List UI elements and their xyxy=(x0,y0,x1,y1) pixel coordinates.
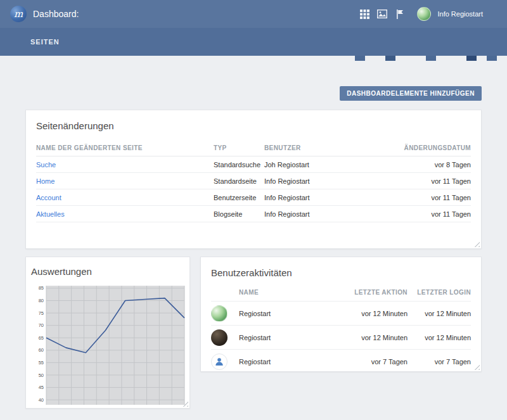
page-changes-card: Seitenänderungen NAME DER GEÄNDERTEN SEI… xyxy=(25,110,482,249)
bottom-cards-row: Auswertungen 40455055606570758085 Benutz… xyxy=(25,257,482,409)
column-header-letzte-aktion: LETZTE AKTION xyxy=(325,289,408,296)
svg-text:40: 40 xyxy=(39,397,44,403)
cell-last-login: vor 12 Minuten xyxy=(408,310,471,317)
cell-datum: vor 11 Tagen xyxy=(369,210,471,218)
svg-text:45: 45 xyxy=(39,385,44,390)
analytics-title: Auswertungen xyxy=(31,266,189,277)
user-activity-title: Benutzeraktivitäten xyxy=(211,267,471,278)
table-row: Home Standardseite Info Regiostart vor 1… xyxy=(36,173,471,189)
auswertungen-chart: 40455055606570758085 xyxy=(31,283,186,409)
cell-benutzer: Joh Regiostart xyxy=(264,161,369,169)
svg-text:55: 55 xyxy=(39,360,44,366)
svg-text:50: 50 xyxy=(39,372,44,378)
cell-last-login: vor 7 Tagen xyxy=(408,358,471,366)
cell-benutzer: Info Regiostart xyxy=(264,194,369,201)
cell-benutzer: Info Regiostart xyxy=(264,177,369,185)
flag-icon[interactable] xyxy=(394,8,406,20)
cell-typ: Blogseite xyxy=(214,210,264,218)
page-link[interactable]: Aktuelles xyxy=(36,210,65,218)
header-actions: Info Regiostart xyxy=(359,0,483,28)
cell-typ: Standardsuche xyxy=(214,161,264,169)
main-content: DASHBOARDELEMENTE HINZUFÜGEN Seitenänder… xyxy=(0,86,507,409)
user-activity-card: Benutzeraktivitäten NAME LETZTE AKTION L… xyxy=(200,257,482,372)
svg-text:80: 80 xyxy=(39,298,44,303)
cell-user-name: Regiostart xyxy=(239,358,325,366)
globe-avatar xyxy=(211,305,228,322)
cell-user-name: Regiostart xyxy=(239,310,325,317)
cell-last-login: vor 12 Minuten xyxy=(408,334,471,341)
svg-text:60: 60 xyxy=(39,347,44,353)
cell-last-action: vor 12 Minuten xyxy=(325,310,408,317)
list-item: Regiostart vor 12 Minuten vor 12 Minuten xyxy=(211,301,471,325)
cell-benutzer: Info Regiostart xyxy=(264,210,369,218)
cell-datum: vor 11 Tagen xyxy=(369,177,471,185)
user-name[interactable]: Info Regiostart xyxy=(437,10,483,18)
list-item: Regiostart vor 12 Minuten vor 12 Minuten xyxy=(211,325,471,349)
nav-item-seiten[interactable]: SEITEN xyxy=(30,38,60,46)
page-link[interactable]: Suche xyxy=(36,161,56,169)
photo-avatar xyxy=(211,329,228,346)
list-item: Regiostart vor 7 Tagen vor 7 Tagen xyxy=(211,349,471,373)
analytics-card: Auswertungen 40455055606570758085 xyxy=(25,257,190,409)
svg-text:65: 65 xyxy=(39,335,44,341)
person-avatar xyxy=(211,353,228,370)
svg-text:75: 75 xyxy=(39,310,44,316)
cell-last-action: vor 7 Tagen xyxy=(325,358,408,366)
page-link[interactable]: Account xyxy=(36,194,61,201)
page-changes-header-row: NAME DER GEÄNDERTEN SEITE TYP BENUTZER Ä… xyxy=(36,140,471,156)
main-nav: SEITEN xyxy=(0,28,507,56)
column-header-benutzer: BENUTZER xyxy=(264,144,369,151)
images-icon[interactable] xyxy=(376,8,388,20)
user-activity-header-row: NAME LETZTE AKTION LETZTER LOGIN xyxy=(211,283,471,301)
header-top-bar: m Dashboard: Info Regiostart xyxy=(0,0,507,28)
column-header-typ: TYP xyxy=(214,144,264,151)
table-row: Aktuelles Blogseite Info Regiostart vor … xyxy=(36,206,471,222)
cell-datum: vor 11 Tagen xyxy=(369,194,471,201)
page-link[interactable]: Home xyxy=(36,177,55,185)
card-resize-handle[interactable] xyxy=(473,240,480,247)
column-header-letzter-login: LETZTER LOGIN xyxy=(408,289,471,296)
card-resize-handle[interactable] xyxy=(473,363,480,370)
app-header: m Dashboard: Info Regiostart SEITEN xyxy=(0,0,507,56)
cell-user-name: Regiostart xyxy=(239,334,325,341)
cell-typ: Standardseite xyxy=(214,177,264,185)
cell-datum: vor 8 Tagen xyxy=(369,161,471,169)
page-title: Dashboard: xyxy=(33,9,79,19)
cell-last-action: vor 12 Minuten xyxy=(325,334,408,341)
table-row: Account Benutzerseite Info Regiostart vo… xyxy=(36,189,471,206)
dashboard-toolbar: DASHBOARDELEMENTE HINZUFÜGEN xyxy=(25,86,482,101)
user-avatar[interactable] xyxy=(417,7,431,21)
grid-icon[interactable] xyxy=(359,8,370,20)
app-logo[interactable]: m xyxy=(10,6,27,22)
page-changes-title: Seitenänderungen xyxy=(36,120,471,131)
svg-text:70: 70 xyxy=(39,322,44,328)
table-row: Suche Standardsuche Joh Regiostart vor 8… xyxy=(36,156,471,173)
add-dashboard-elements-button[interactable]: DASHBOARDELEMENTE HINZUFÜGEN xyxy=(340,86,482,101)
column-header-datum: ÄNDERUNGSDATUM xyxy=(369,144,471,151)
column-header-name: NAME DER GEÄNDERTEN SEITE xyxy=(36,144,214,151)
cell-typ: Benutzerseite xyxy=(214,194,264,201)
svg-text:85: 85 xyxy=(39,285,44,291)
column-header-name: NAME xyxy=(239,289,325,296)
